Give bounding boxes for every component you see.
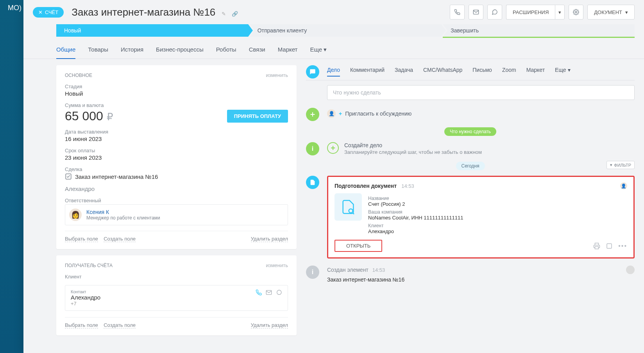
edit-title-icon[interactable]: ✎ xyxy=(222,11,226,17)
tab-more-label: Еще xyxy=(310,46,322,53)
contact-chat-icon[interactable] xyxy=(276,289,282,296)
timeline-main-icon xyxy=(306,65,319,78)
link-icon[interactable]: 🔗 xyxy=(232,11,238,17)
tab-more[interactable]: Еще▾ xyxy=(310,44,327,59)
deal-link[interactable]: Заказ интернет-магазина №16 xyxy=(65,173,288,180)
created-name: Заказ интернет-магазина №16 xyxy=(327,276,635,283)
page-title-text: Заказ интернет-магазина №16 xyxy=(72,6,215,18)
note-icon[interactable] xyxy=(606,242,613,250)
today-pill: Сегодня xyxy=(456,162,485,170)
todo-pill-row: Что нужно сделать xyxy=(306,127,635,136)
doc-actions: ••• xyxy=(593,242,627,250)
due-label: Срок оплаты xyxy=(65,148,288,153)
avatar: 👩 xyxy=(69,209,82,221)
ttab-mail[interactable]: Письмо xyxy=(472,67,492,76)
contact-box[interactable]: Контакт Алехандро +7 xyxy=(65,285,288,311)
tab-bp[interactable]: Бизнес-процессы xyxy=(156,44,204,59)
settings-button[interactable] xyxy=(569,5,583,20)
issue-label: Дата выставления xyxy=(65,129,288,135)
user-name: Ксения К xyxy=(86,209,160,215)
timeline-tabs: Дело Комментарий Задача СМС/WhatsApp Пис… xyxy=(306,65,635,80)
page-title: Заказ интернет-магазина №16 ✎ 🔗 xyxy=(72,6,450,18)
tab-robots[interactable]: Роботы xyxy=(216,44,236,59)
contact-phone: +7 xyxy=(71,301,100,307)
doc-company-value: NoNames CoolAir, ИНН 11111111111111 xyxy=(368,215,463,221)
ruble-icon: ₽ xyxy=(107,111,113,123)
contact-phone-icon[interactable] xyxy=(256,289,262,296)
mail-button[interactable] xyxy=(469,5,483,20)
chat-icon xyxy=(309,69,316,75)
invite-avatar: 👤 xyxy=(327,109,336,118)
document-event-row: Подготовлен документ 14:53 👤 Название xyxy=(306,176,635,259)
ttab-more[interactable]: Еще ▾ xyxy=(555,67,570,76)
header-actions: РАСШИРЕНИЯ ▾ ДОКУМЕНТ ▾ xyxy=(450,5,635,20)
ttab-more-label: Еще xyxy=(555,67,566,73)
close-icon: ✕ xyxy=(38,9,43,15)
ttab-zoom[interactable]: Zoom xyxy=(502,67,516,76)
main-card: ОСНОВНОЕ изменить Стадия Новый Сумма и в… xyxy=(56,65,297,249)
open-document-button[interactable]: ОТКРЫТЬ xyxy=(335,240,382,252)
stage-label: Новый xyxy=(64,27,81,34)
ttab-activity[interactable]: Дело xyxy=(327,67,340,76)
ttab-sms[interactable]: СМС/WhatsApp xyxy=(423,67,462,76)
bg-logo: МО) xyxy=(8,4,21,12)
stage-done[interactable]: Завершить xyxy=(443,24,635,37)
contact-label: Контакт xyxy=(71,289,100,294)
delete-section-link[interactable]: Удалить раздел xyxy=(251,236,288,242)
more-icon[interactable]: ••• xyxy=(618,242,627,250)
modal-header: ✕ СЧЁТ Заказ интернет-магазина №16 ✎ 🔗 Р… xyxy=(23,0,644,20)
body: ОСНОВНОЕ изменить Стадия Новый Сумма и в… xyxy=(23,59,644,342)
tab-history[interactable]: История xyxy=(121,44,143,59)
invite-row: 👤 + Пригласить к обсуждению xyxy=(306,108,635,121)
invoice-modal: ✕ СЧЁТ Заказ интернет-магазина №16 ✎ 🔗 Р… xyxy=(23,0,644,353)
contact-mail-icon[interactable] xyxy=(266,289,272,296)
gear-icon xyxy=(573,9,579,15)
create-activity-title: Создайте дело xyxy=(344,142,482,148)
tab-market[interactable]: Маркет xyxy=(278,44,298,59)
ttab-comment[interactable]: Комментарий xyxy=(350,67,385,76)
today-row: Сегодня ▾ ФИЛЬТР xyxy=(306,162,635,170)
select-field-link[interactable]: Выбрать поле xyxy=(65,236,98,242)
stage-sent[interactable]: Отправлен клиенту xyxy=(250,24,442,37)
phone-icon xyxy=(454,9,460,15)
plus-icon[interactable] xyxy=(306,108,319,121)
todo-input[interactable] xyxy=(327,85,635,100)
select-field-link-2[interactable]: Выбрать поле xyxy=(65,322,98,328)
todo-pill: Что нужно сделать xyxy=(444,127,496,136)
chevron-down-icon: ▾ xyxy=(324,46,327,53)
edit-recipient[interactable]: изменить xyxy=(266,262,288,268)
print-icon[interactable] xyxy=(593,242,600,250)
edit-main[interactable]: изменить xyxy=(266,72,288,78)
tab-links[interactable]: Связи xyxy=(249,44,265,59)
extensions-button[interactable]: РАСШИРЕНИЯ xyxy=(506,5,555,20)
tab-general[interactable]: Общие xyxy=(56,44,75,59)
responsible-user[interactable]: 👩 Ксения К Менеджер по работе с клиентам… xyxy=(65,204,288,225)
amount-value: 65 000 ₽ xyxy=(65,109,113,123)
create-field-link-2[interactable]: Создать поле xyxy=(104,322,136,328)
user-role: Менеджер по работе с клиентами xyxy=(86,215,160,221)
ttab-task[interactable]: Задача xyxy=(395,67,413,76)
stage-new[interactable]: Новый xyxy=(56,24,248,37)
close-pill[interactable]: ✕ СЧЁТ xyxy=(33,7,64,18)
document-preview-icon xyxy=(340,199,356,215)
delete-section-link-2[interactable]: Удалить раздел xyxy=(251,322,288,328)
accept-payment-button[interactable]: ПРИНЯТЬ ОПЛАТУ xyxy=(227,110,288,123)
phone-button[interactable] xyxy=(450,5,465,20)
doc-client-label: Клиент xyxy=(368,223,463,228)
stage-field-label: Стадия xyxy=(65,84,288,89)
doc-name-label: Название xyxy=(368,196,463,201)
ttab-market[interactable]: Маркет xyxy=(526,67,545,76)
chat-button[interactable] xyxy=(487,5,502,20)
tab-products[interactable]: Товары xyxy=(88,44,108,59)
add-activity-icon[interactable]: + xyxy=(327,142,339,154)
document-button[interactable]: ДОКУМЕНТ ▾ xyxy=(587,5,635,20)
chevron-down-icon: ▾ xyxy=(568,67,571,73)
create-field-link[interactable]: Создать поле xyxy=(104,236,136,242)
deal-value: Заказ интернет-магазина №16 xyxy=(75,173,158,180)
filter-button[interactable]: ▾ ФИЛЬТР xyxy=(606,161,635,169)
document-icon xyxy=(306,176,319,189)
extensions-dropdown[interactable]: ▾ xyxy=(555,5,565,20)
invite-link[interactable]: 👤 + Пригласить к обсуждению xyxy=(327,108,635,119)
doc-thumbnail[interactable] xyxy=(335,193,362,221)
filter-icon: ▾ xyxy=(610,162,612,168)
